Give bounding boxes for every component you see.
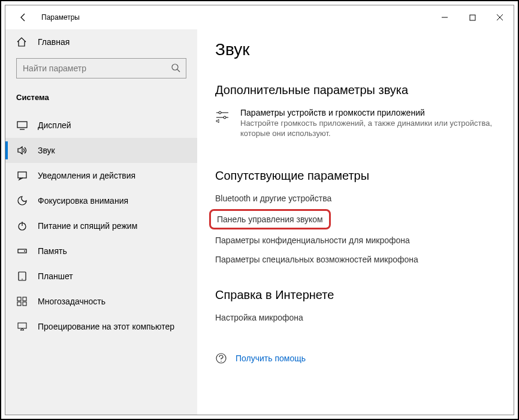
- content: Главная Система Дисплей: [5, 29, 514, 415]
- minimize-button[interactable]: [431, 5, 458, 29]
- link-mic-setup[interactable]: Настройка микрофона: [215, 313, 496, 322]
- tablet-icon: [16, 270, 28, 282]
- get-help-row[interactable]: Получить помощь: [215, 352, 496, 364]
- link-mic-accessibility[interactable]: Параметры специальных возможностей микро…: [215, 255, 496, 264]
- projecting-icon: [16, 321, 28, 333]
- sliders-icon: [215, 109, 232, 123]
- multitasking-icon: [16, 295, 28, 307]
- app-title: Параметры: [41, 13, 80, 22]
- svg-point-12: [24, 250, 25, 252]
- focus-icon: [16, 195, 28, 207]
- link-bluetooth[interactable]: Bluetooth и другие устройства: [215, 194, 496, 203]
- svg-rect-8: [18, 172, 26, 178]
- svg-line-5: [177, 70, 180, 72]
- search-wrap: [16, 58, 186, 78]
- app-volume-device-row[interactable]: Параметры устройств и громкости приложен…: [215, 108, 496, 139]
- sidebar-item-projecting[interactable]: Проецирование на этот компьютер: [5, 314, 197, 339]
- sidebar-item-label: Уведомления и действия: [38, 171, 135, 180]
- svg-point-4: [172, 64, 178, 70]
- sidebar-item-display[interactable]: Дисплей: [5, 113, 197, 138]
- sidebar-item-tablet[interactable]: Планшет: [5, 264, 197, 289]
- sidebar-item-label: Память: [38, 246, 67, 256]
- back-button[interactable]: [14, 8, 33, 27]
- notifications-icon: [16, 170, 28, 182]
- group-heading-related: Сопутствующие параметры: [215, 169, 496, 183]
- settings-window: Параметры Главная: [0, 0, 519, 420]
- home-icon: [16, 37, 28, 47]
- power-icon: [16, 220, 28, 232]
- svg-point-14: [22, 279, 23, 280]
- maximize-button[interactable]: [458, 5, 486, 29]
- sidebar-item-focus[interactable]: Фокусировка внимания: [5, 188, 197, 213]
- sidebar: Главная Система Дисплей: [5, 29, 197, 415]
- get-help-label: Получить помощь: [236, 353, 306, 363]
- main-panel: Звук Дополнительные параметры звука Пара…: [197, 29, 514, 415]
- svg-rect-18: [23, 302, 26, 306]
- storage-icon: [16, 245, 28, 257]
- home-button[interactable]: Главная: [5, 32, 197, 52]
- group-heading-webhelp: Справка в Интернете: [215, 288, 496, 302]
- sidebar-item-label: Многозадачность: [38, 297, 105, 306]
- svg-rect-15: [17, 297, 21, 301]
- sound-icon: [16, 144, 28, 156]
- link-sound-control-panel[interactable]: Панель управления звуком: [217, 214, 323, 224]
- svg-rect-1: [470, 15, 475, 20]
- group-heading-advanced: Дополнительные параметры звука: [215, 83, 496, 97]
- setting-title: Параметры устройств и громкости приложен…: [240, 108, 496, 117]
- sidebar-item-label: Фокусировка внимания: [38, 196, 128, 206]
- svg-rect-16: [23, 297, 26, 301]
- sidebar-item-multitasking[interactable]: Многозадачность: [5, 289, 197, 314]
- svg-rect-19: [18, 323, 26, 328]
- window-controls: [431, 5, 514, 29]
- page-title: Звук: [215, 40, 496, 59]
- titlebar: Параметры: [5, 5, 514, 29]
- highlight-box: Панель управления звуком: [209, 209, 331, 229]
- help-icon: [215, 352, 228, 364]
- home-label: Главная: [38, 37, 70, 47]
- sidebar-item-power[interactable]: Питание и спящий режим: [5, 213, 197, 238]
- search-input[interactable]: [16, 58, 186, 78]
- sidebar-item-label: Дисплей: [38, 120, 71, 130]
- section-title: Система: [5, 89, 197, 113]
- setting-desc: Настройте громкость приложений, а также …: [240, 119, 496, 139]
- search-icon: [171, 63, 180, 72]
- display-icon: [16, 119, 28, 131]
- sidebar-item-label: Проецирование на этот компьютер: [38, 322, 174, 331]
- sidebar-item-label: Питание и спящий режим: [38, 221, 137, 231]
- sidebar-item-label: Планшет: [38, 271, 73, 281]
- close-button[interactable]: [486, 5, 514, 29]
- svg-rect-17: [17, 302, 21, 306]
- svg-rect-6: [17, 122, 27, 128]
- svg-point-21: [219, 111, 221, 114]
- sidebar-item-storage[interactable]: Память: [5, 238, 197, 264]
- svg-point-23: [224, 116, 226, 119]
- svg-point-25: [221, 361, 222, 362]
- link-mic-privacy[interactable]: Параметры конфиденциальности для микрофо…: [215, 235, 496, 245]
- sidebar-item-label: Звук: [38, 146, 55, 155]
- window-inner: Параметры Главная: [5, 5, 514, 415]
- sidebar-item-notifications[interactable]: Уведомления и действия: [5, 163, 197, 188]
- sidebar-item-sound[interactable]: Звук: [5, 138, 197, 163]
